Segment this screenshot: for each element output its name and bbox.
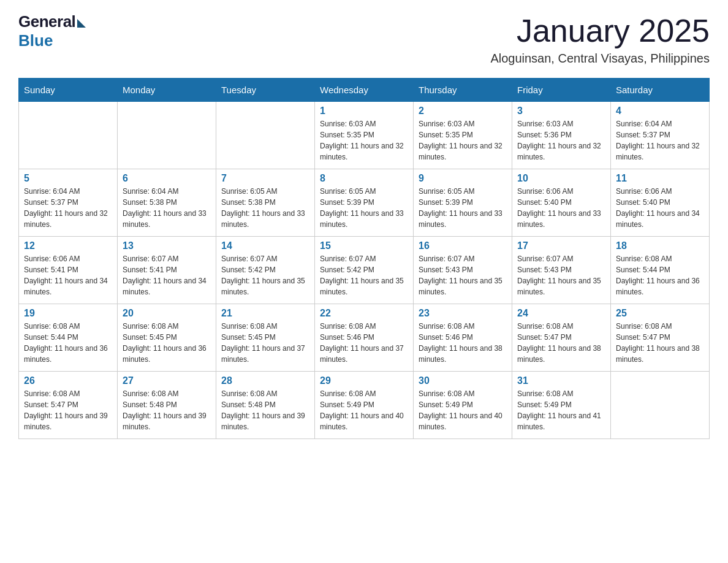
calendar-cell: 18Sunrise: 6:08 AM Sunset: 5:44 PM Dayli… xyxy=(611,237,710,304)
calendar-cell: 21Sunrise: 6:08 AM Sunset: 5:45 PM Dayli… xyxy=(216,304,315,372)
calendar-cell: 17Sunrise: 6:07 AM Sunset: 5:43 PM Dayli… xyxy=(512,237,611,304)
day-info: Sunrise: 6:08 AM Sunset: 5:44 PM Dayligh… xyxy=(24,321,112,365)
logo-blue-text: Blue xyxy=(18,31,53,50)
logo-arrow-icon xyxy=(77,19,86,28)
weekday-header-wednesday: Wednesday xyxy=(315,79,414,102)
calendar-cell: 3Sunrise: 6:03 AM Sunset: 5:36 PM Daylig… xyxy=(512,102,611,169)
day-number: 7 xyxy=(221,173,309,184)
day-number: 4 xyxy=(616,105,704,117)
day-info: Sunrise: 6:06 AM Sunset: 5:40 PM Dayligh… xyxy=(616,186,704,230)
day-number: 24 xyxy=(517,308,605,319)
day-info: Sunrise: 6:04 AM Sunset: 5:37 PM Dayligh… xyxy=(616,118,704,163)
calendar-cell xyxy=(19,102,118,169)
calendar-cell: 1Sunrise: 6:03 AM Sunset: 5:35 PM Daylig… xyxy=(315,102,414,169)
calendar-week-4: 19Sunrise: 6:08 AM Sunset: 5:44 PM Dayli… xyxy=(19,304,710,372)
day-number: 30 xyxy=(419,375,507,386)
title-section: January 2025 Aloguinsan, Central Visayas… xyxy=(490,12,710,66)
weekday-header-saturday: Saturday xyxy=(611,79,710,102)
calendar-cell: 28Sunrise: 6:08 AM Sunset: 5:48 PM Dayli… xyxy=(216,372,315,439)
day-number: 13 xyxy=(123,240,211,251)
day-number: 3 xyxy=(517,105,605,117)
calendar-cell: 20Sunrise: 6:08 AM Sunset: 5:45 PM Dayli… xyxy=(118,304,216,372)
calendar-cell: 11Sunrise: 6:06 AM Sunset: 5:40 PM Dayli… xyxy=(611,169,710,237)
day-info: Sunrise: 6:08 AM Sunset: 5:49 PM Dayligh… xyxy=(320,388,408,432)
day-info: Sunrise: 6:03 AM Sunset: 5:35 PM Dayligh… xyxy=(320,118,408,163)
day-number: 23 xyxy=(419,308,507,319)
calendar-cell: 29Sunrise: 6:08 AM Sunset: 5:49 PM Dayli… xyxy=(315,372,414,439)
day-number: 6 xyxy=(123,173,211,184)
day-info: Sunrise: 6:03 AM Sunset: 5:35 PM Dayligh… xyxy=(419,118,507,163)
day-info: Sunrise: 6:07 AM Sunset: 5:43 PM Dayligh… xyxy=(517,253,605,297)
day-info: Sunrise: 6:06 AM Sunset: 5:40 PM Dayligh… xyxy=(517,186,605,230)
day-number: 20 xyxy=(123,308,211,319)
calendar-week-1: 1Sunrise: 6:03 AM Sunset: 5:35 PM Daylig… xyxy=(19,102,710,169)
day-info: Sunrise: 6:08 AM Sunset: 5:48 PM Dayligh… xyxy=(123,388,211,432)
day-info: Sunrise: 6:05 AM Sunset: 5:39 PM Dayligh… xyxy=(320,186,408,230)
calendar-cell: 26Sunrise: 6:08 AM Sunset: 5:47 PM Dayli… xyxy=(19,372,118,439)
day-number: 10 xyxy=(517,173,605,184)
calendar-cell: 23Sunrise: 6:08 AM Sunset: 5:46 PM Dayli… xyxy=(414,304,512,372)
day-number: 9 xyxy=(419,173,507,184)
day-number: 19 xyxy=(24,308,112,319)
calendar-cell: 9Sunrise: 6:05 AM Sunset: 5:39 PM Daylig… xyxy=(414,169,512,237)
calendar-cell: 15Sunrise: 6:07 AM Sunset: 5:42 PM Dayli… xyxy=(315,237,414,304)
calendar-table: SundayMondayTuesdayWednesdayThursdayFrid… xyxy=(18,78,710,439)
day-info: Sunrise: 6:07 AM Sunset: 5:43 PM Dayligh… xyxy=(419,253,507,297)
calendar-cell: 31Sunrise: 6:08 AM Sunset: 5:49 PM Dayli… xyxy=(512,372,611,439)
day-number: 2 xyxy=(419,105,507,117)
day-number: 8 xyxy=(320,173,408,184)
logo: General Blue xyxy=(18,12,86,50)
calendar-week-2: 5Sunrise: 6:04 AM Sunset: 5:37 PM Daylig… xyxy=(19,169,710,237)
calendar-cell: 13Sunrise: 6:07 AM Sunset: 5:41 PM Dayli… xyxy=(118,237,216,304)
calendar-cell xyxy=(118,102,216,169)
weekday-header-row: SundayMondayTuesdayWednesdayThursdayFrid… xyxy=(19,79,710,102)
day-number: 12 xyxy=(24,240,112,251)
day-number: 14 xyxy=(221,240,309,251)
day-number: 16 xyxy=(419,240,507,251)
day-info: Sunrise: 6:07 AM Sunset: 5:41 PM Dayligh… xyxy=(123,253,211,297)
calendar-cell xyxy=(611,372,710,439)
calendar-cell: 14Sunrise: 6:07 AM Sunset: 5:42 PM Dayli… xyxy=(216,237,315,304)
calendar-cell: 22Sunrise: 6:08 AM Sunset: 5:46 PM Dayli… xyxy=(315,304,414,372)
calendar-cell: 2Sunrise: 6:03 AM Sunset: 5:35 PM Daylig… xyxy=(414,102,512,169)
calendar-cell xyxy=(216,102,315,169)
day-info: Sunrise: 6:08 AM Sunset: 5:46 PM Dayligh… xyxy=(320,321,408,365)
calendar-week-3: 12Sunrise: 6:06 AM Sunset: 5:41 PM Dayli… xyxy=(19,237,710,304)
day-number: 18 xyxy=(616,240,704,251)
day-info: Sunrise: 6:08 AM Sunset: 5:47 PM Dayligh… xyxy=(616,321,704,365)
calendar-cell: 12Sunrise: 6:06 AM Sunset: 5:41 PM Dayli… xyxy=(19,237,118,304)
day-info: Sunrise: 6:05 AM Sunset: 5:38 PM Dayligh… xyxy=(221,186,309,230)
day-number: 31 xyxy=(517,375,605,386)
month-year-title: January 2025 xyxy=(490,12,710,49)
day-number: 22 xyxy=(320,308,408,319)
day-info: Sunrise: 6:04 AM Sunset: 5:38 PM Dayligh… xyxy=(123,186,211,230)
day-number: 1 xyxy=(320,105,408,117)
day-info: Sunrise: 6:08 AM Sunset: 5:46 PM Dayligh… xyxy=(419,321,507,365)
logo-general-text: General xyxy=(18,12,75,31)
day-number: 5 xyxy=(24,173,112,184)
day-info: Sunrise: 6:03 AM Sunset: 5:36 PM Dayligh… xyxy=(517,118,605,163)
calendar-cell: 16Sunrise: 6:07 AM Sunset: 5:43 PM Dayli… xyxy=(414,237,512,304)
day-number: 27 xyxy=(123,375,211,386)
day-info: Sunrise: 6:05 AM Sunset: 5:39 PM Dayligh… xyxy=(419,186,507,230)
calendar-cell: 7Sunrise: 6:05 AM Sunset: 5:38 PM Daylig… xyxy=(216,169,315,237)
day-info: Sunrise: 6:08 AM Sunset: 5:45 PM Dayligh… xyxy=(123,321,211,365)
day-info: Sunrise: 6:08 AM Sunset: 5:44 PM Dayligh… xyxy=(616,253,704,297)
weekday-header-sunday: Sunday xyxy=(19,79,118,102)
day-info: Sunrise: 6:08 AM Sunset: 5:47 PM Dayligh… xyxy=(24,388,112,432)
calendar-cell: 8Sunrise: 6:05 AM Sunset: 5:39 PM Daylig… xyxy=(315,169,414,237)
calendar-cell: 25Sunrise: 6:08 AM Sunset: 5:47 PM Dayli… xyxy=(611,304,710,372)
day-info: Sunrise: 6:08 AM Sunset: 5:45 PM Dayligh… xyxy=(221,321,309,365)
calendar-cell: 6Sunrise: 6:04 AM Sunset: 5:38 PM Daylig… xyxy=(118,169,216,237)
day-info: Sunrise: 6:08 AM Sunset: 5:48 PM Dayligh… xyxy=(221,388,309,432)
page-header: General Blue January 2025 Aloguinsan, Ce… xyxy=(18,12,710,66)
day-info: Sunrise: 6:04 AM Sunset: 5:37 PM Dayligh… xyxy=(24,186,112,230)
calendar-cell: 4Sunrise: 6:04 AM Sunset: 5:37 PM Daylig… xyxy=(611,102,710,169)
calendar-week-5: 26Sunrise: 6:08 AM Sunset: 5:47 PM Dayli… xyxy=(19,372,710,439)
day-info: Sunrise: 6:07 AM Sunset: 5:42 PM Dayligh… xyxy=(221,253,309,297)
weekday-header-monday: Monday xyxy=(118,79,216,102)
day-number: 15 xyxy=(320,240,408,251)
calendar-cell: 27Sunrise: 6:08 AM Sunset: 5:48 PM Dayli… xyxy=(118,372,216,439)
calendar-cell: 19Sunrise: 6:08 AM Sunset: 5:44 PM Dayli… xyxy=(19,304,118,372)
day-number: 11 xyxy=(616,173,704,184)
